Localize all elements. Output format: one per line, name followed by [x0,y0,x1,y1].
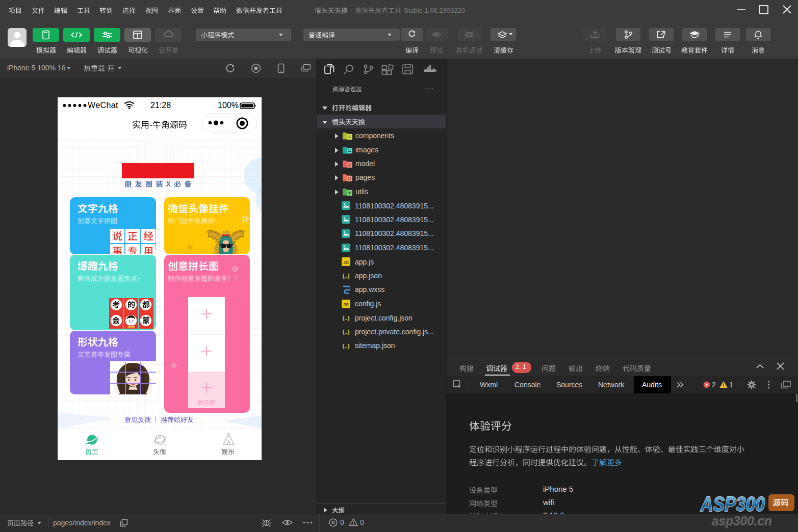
svg-text:asp300.cn: asp300.cn [712,513,772,528]
svg-text:{..}: {..} [342,273,350,279]
svg-text:{..}: {..} [342,343,350,349]
svg-text:{..}: {..} [342,315,350,321]
svg-text:JS: JS [343,302,349,307]
svg-text:JS: JS [343,260,349,265]
svg-text:{..}: {..} [342,329,350,335]
